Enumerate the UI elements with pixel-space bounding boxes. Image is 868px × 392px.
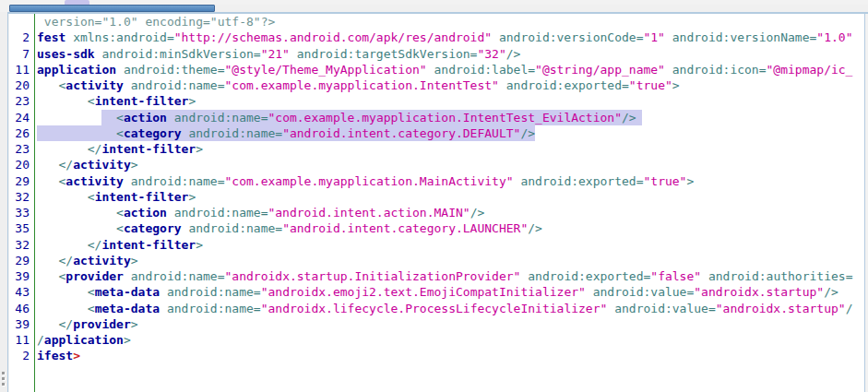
line-number: 2 (9, 348, 30, 363)
code-text: <meta-data android:name="androidx.emoji2… (37, 285, 838, 299)
token-attr: android:icon= (672, 63, 767, 77)
token-val: "androidx.startup.InitializationProvider… (225, 269, 521, 283)
token-val: "false" (650, 269, 701, 283)
token-plain (65, 30, 73, 44)
splitter-bar[interactable] (0, 12, 8, 392)
token-plain (124, 269, 131, 283)
code-line[interactable]: 2fest xmlns:android="http://schemas.andr… (9, 30, 864, 45)
code-text: <action android:name="com.example.myappl… (37, 111, 642, 125)
code-line[interactable]: 24 <action android:name="com.example.mya… (9, 110, 864, 125)
token-plain (37, 126, 116, 140)
code-text: <intent-filter> (37, 94, 196, 108)
code-line[interactable]: 29 <activity android:name="com.example.m… (9, 173, 864, 189)
token-punc: /> (622, 111, 636, 125)
token-punc: < (116, 206, 124, 220)
token-plain (160, 302, 167, 315)
line-number: 29 (9, 173, 30, 189)
token-punc: < (116, 221, 124, 235)
code-text: <action android:name="android.intent.act… (37, 206, 484, 220)
code-line[interactable]: 20 </activity> (9, 157, 864, 172)
token-tag: intent-filter (95, 94, 189, 108)
token-val: "android.intent.action.MAIN" (268, 206, 470, 220)
horizontal-scrollbar[interactable] (8, 5, 868, 12)
token-tag: uses-sdk (37, 47, 95, 61)
token-val: "androidx.startup" (716, 302, 846, 315)
token-plain (124, 174, 131, 188)
code-line[interactable]: version="1.0" encoding="utf-8"?> (9, 14, 864, 30)
code-rows: version="1.0" encoding="utf-8"?>2fest xm… (9, 14, 864, 364)
token-attr: android:name= (131, 269, 225, 283)
token-attr: android:exported= (528, 269, 650, 283)
code-line[interactable]: 43 <meta-data android:name="androidx.emo… (9, 284, 864, 300)
token-plain (116, 63, 124, 77)
token-plain (124, 78, 131, 92)
token-val: "androidx.emoji2.text.EmojiCompatInitial… (261, 285, 586, 299)
token-attr: android:authorities= (708, 269, 853, 283)
token-attr: android:label= (434, 63, 535, 77)
token-val: "@mipmap/ic_ (767, 63, 853, 77)
token-plain (37, 238, 88, 252)
token-attr: android:name= (131, 174, 225, 188)
horizontal-scrollbar-thumb[interactable] (9, 5, 215, 12)
line-number: 32 (9, 189, 30, 205)
token-punc: < (116, 126, 124, 140)
code-line[interactable]: 7uses-sdk android:minSdkVersion="21" and… (9, 46, 864, 62)
token-punc: > (196, 142, 203, 156)
code-line[interactable]: 32 </intent-filter> (9, 237, 864, 253)
token-punc: > (672, 78, 680, 92)
code-line[interactable]: 2ifest> (9, 348, 864, 363)
line-number: 20 (9, 157, 30, 172)
token-plain (290, 47, 297, 61)
line-number: 20 (9, 77, 30, 93)
token-val: "androidx.lifecycle.ProcessLifecycleInit… (261, 302, 608, 315)
token-plain (37, 269, 58, 283)
line-number: 26 (9, 125, 30, 141)
code-line[interactable]: 20 <activity android:name="com.example.m… (9, 77, 864, 93)
token-attr: android:name= (174, 111, 268, 125)
token-punc: /> (824, 285, 838, 299)
token-punc: < (88, 190, 95, 204)
token-plain (37, 206, 116, 220)
code-line[interactable]: 23 <intent-filter> (9, 93, 864, 109)
code-line[interactable]: 39 <provider android:name="androidx.star… (9, 268, 864, 284)
code-text: </intent-filter> (37, 142, 203, 156)
token-attr: android:name= (131, 78, 225, 92)
code-line[interactable]: 39 </provider> (9, 316, 864, 332)
token-punc: /> (470, 206, 485, 220)
token-val: "@style/Theme_MyApplication" (225, 63, 427, 77)
token-plain (37, 302, 88, 315)
line-number: 2 (9, 30, 30, 45)
code-line[interactable]: 29 </activity> (9, 253, 864, 268)
token-plain (492, 30, 499, 44)
splitter-grip-dot[interactable] (2, 377, 5, 380)
code-line[interactable]: 11/application> (9, 332, 864, 348)
code-text: <category android:name="android.intent.c… (37, 126, 535, 140)
token-plain (499, 78, 506, 92)
code-line[interactable]: 11application android:theme="@style/Them… (9, 62, 864, 77)
token-attr: android:name= (188, 126, 282, 140)
token-tag: intent-filter (101, 142, 196, 156)
code-line[interactable]: 35 <category android:name="android.inten… (9, 220, 864, 236)
token-attr: android:theme= (124, 63, 225, 77)
splitter-grip-dot[interactable] (2, 372, 5, 374)
splitter-grip-dot[interactable] (2, 383, 5, 386)
line-number: 35 (9, 220, 30, 236)
code-editor[interactable]: version="1.0" encoding="utf-8"?>2fest xm… (9, 14, 865, 392)
token-val: "true" (643, 174, 686, 188)
token-tag: fest (37, 30, 65, 44)
token-punc: > (131, 158, 138, 172)
token-tag: activity (65, 78, 124, 92)
code-line[interactable]: 23 </intent-filter> (9, 141, 864, 157)
code-text: <provider android:name="androidx.startup… (37, 269, 852, 283)
code-line[interactable]: 26 <category android:name="android.inten… (9, 125, 864, 141)
token-attr: android:exported= (506, 78, 629, 92)
code-line[interactable]: 32 <intent-filter> (9, 189, 864, 205)
token-punc: < (88, 285, 95, 299)
app-window: version="1.0" encoding="utf-8"?>2fest xm… (0, 0, 868, 392)
token-tag: action (124, 111, 167, 125)
code-line[interactable]: 46 <meta-data android:name="androidx.lif… (9, 301, 864, 316)
code-line[interactable]: 33 <action android:name="android.intent.… (9, 205, 864, 220)
code-text: fest xmlns:android="http://schemas.andro… (37, 30, 852, 44)
token-plain (167, 206, 174, 220)
token-tag: provider (65, 269, 124, 283)
